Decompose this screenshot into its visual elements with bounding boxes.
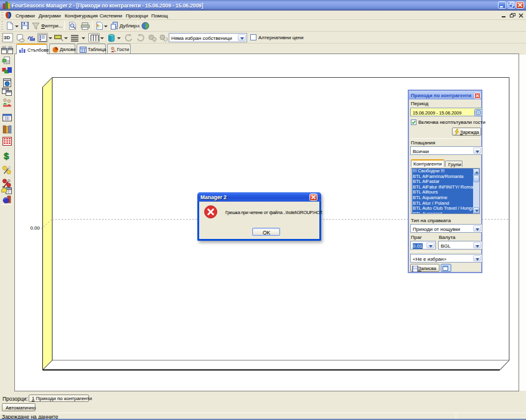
svg-text:0.00: 0.00 [30,225,40,231]
svg-text:$: $ [4,151,9,161]
